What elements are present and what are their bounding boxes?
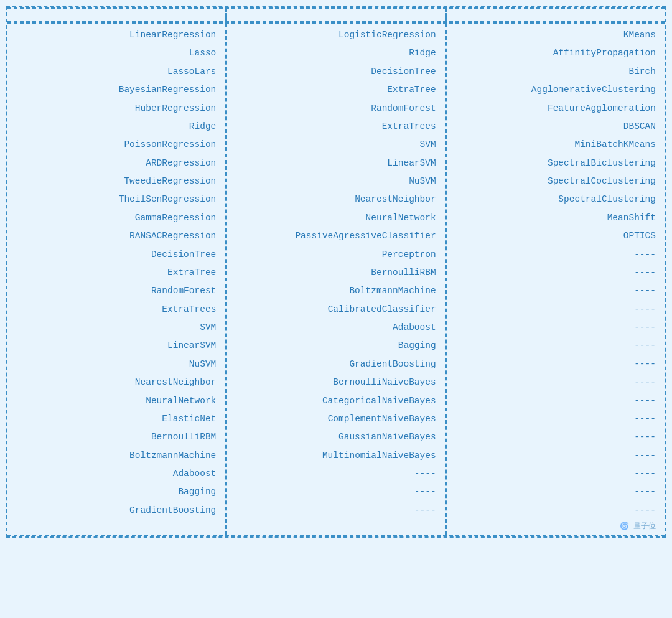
table-row: NeuralNetwork <box>227 209 444 227</box>
table-row: MultinomialNaiveBayes <box>227 447 444 465</box>
table-row: KMeans <box>447 26 665 44</box>
table-row: TheilSenRegression <box>7 190 225 208</box>
table-row: BernoulliNaiveBayes <box>227 373 444 391</box>
table-row: GammaRegression <box>7 209 225 227</box>
data-section: LinearRegressionLassoLassoLarsBayesianRe… <box>7 24 665 535</box>
table-row: LinearSVM <box>227 154 444 172</box>
table-row: DecisionTree <box>7 246 225 264</box>
table-row: DBSCAN <box>447 118 665 136</box>
table-row: BernoulliRBM <box>7 428 225 446</box>
table-row: BayesianRegression <box>7 81 225 99</box>
table-row: GaussianNaiveBayes <box>227 428 444 446</box>
table-row: Adaboost <box>7 465 225 483</box>
table-row: GradientBoosting <box>7 502 225 520</box>
header-clustering <box>446 9 665 21</box>
table-row: NuSVM <box>7 355 225 373</box>
classification-column: LogisticRegressionRidgeDecisionTreeExtra… <box>226 24 446 535</box>
table-row: NeuralNetwork <box>7 392 225 410</box>
table-row: LinearSVM <box>7 337 225 355</box>
table-row: Adaboost <box>227 319 444 337</box>
table-row: ---- <box>447 483 665 501</box>
table-row: ElasticNet <box>7 410 225 428</box>
table-row: Bagging <box>7 483 225 501</box>
table-row: ---- <box>447 428 665 446</box>
table-row: AgglomerativeClustering <box>447 81 665 99</box>
table-row: CategoricalNaiveBayes <box>227 392 444 410</box>
table-row: Bagging <box>227 337 444 355</box>
table-row: ExtraTrees <box>7 301 225 319</box>
main-table: LinearRegressionLassoLassoLarsBayesianRe… <box>6 6 666 538</box>
table-row: Ridge <box>7 118 225 136</box>
table-row: MiniBatchKMeans <box>447 136 665 154</box>
table-row: CalibratedClassifier <box>227 301 444 319</box>
table-row: DecisionTree <box>227 63 444 81</box>
table-row: AffinityPropagation <box>447 44 665 62</box>
table-row: ---- <box>447 264 665 282</box>
table-row: FeatureAgglomeration <box>447 100 665 118</box>
table-row: ---- <box>447 355 665 373</box>
table-row: ---- <box>447 502 665 520</box>
table-row: ComplementNaiveBayes <box>227 410 444 428</box>
header-row <box>7 9 665 22</box>
table-row: ExtraTree <box>227 81 444 99</box>
table-row: GradientBoosting <box>227 355 444 373</box>
regression-column: LinearRegressionLassoLassoLarsBayesianRe… <box>7 24 226 535</box>
table-row: MeanShift <box>447 209 665 227</box>
table-row: ---- <box>447 447 665 465</box>
table-row: ---- <box>227 502 444 520</box>
clustering-column: KMeansAffinityPropagationBirchAgglomerat… <box>446 24 665 535</box>
table-row: SpectralBiclustering <box>447 154 665 172</box>
bottom-border <box>7 535 665 536</box>
table-row: ---- <box>447 373 665 391</box>
table-row: SVM <box>227 136 444 154</box>
table-row: TweedieRegression <box>7 172 225 190</box>
table-row: BoltzmannMachine <box>7 447 225 465</box>
table-row: SpectralClustering <box>447 190 665 208</box>
table-row: LinearRegression <box>7 26 225 44</box>
table-row: ExtraTree <box>7 264 225 282</box>
table-row: ---- <box>447 301 665 319</box>
table-row: PassiveAgressiveClassifier <box>227 227 444 245</box>
table-row: NearestNeighbor <box>7 373 225 391</box>
table-row: OPTICS <box>447 227 665 245</box>
table-row: RandomForest <box>7 282 225 300</box>
table-row: Birch <box>447 63 665 81</box>
table-row: LassoLars <box>7 63 225 81</box>
table-row: ARDRegression <box>7 154 225 172</box>
table-row: BoltzmannMachine <box>227 282 444 300</box>
table-row: ---- <box>447 465 665 483</box>
table-row: Lasso <box>7 44 225 62</box>
table-row: ---- <box>447 246 665 264</box>
watermark: 🌀 量子位 <box>447 520 665 533</box>
table-row: ---- <box>447 392 665 410</box>
header-classification <box>226 9 446 21</box>
table-row: ---- <box>447 319 665 337</box>
table-row: HuberRegression <box>7 100 225 118</box>
table-row: ---- <box>227 465 444 483</box>
table-row: RANSACRegression <box>7 227 225 245</box>
table-row: NuSVM <box>227 172 444 190</box>
table-row: Perceptron <box>227 246 444 264</box>
table-row: LogisticRegression <box>227 26 444 44</box>
table-row: SVM <box>7 319 225 337</box>
table-row: NearestNeighbor <box>227 190 444 208</box>
table-row: Ridge <box>227 44 444 62</box>
table-row: RandomForest <box>227 100 444 118</box>
table-row: ---- <box>227 483 444 501</box>
table-row: ---- <box>447 410 665 428</box>
table-row: BernoulliRBM <box>227 264 444 282</box>
table-row: SpectralCoclustering <box>447 172 665 190</box>
table-row: ---- <box>447 337 665 355</box>
table-row: PoissonRegression <box>7 136 225 154</box>
header-regression <box>7 9 226 21</box>
table-row: ---- <box>447 282 665 300</box>
table-row: ExtraTrees <box>227 118 444 136</box>
